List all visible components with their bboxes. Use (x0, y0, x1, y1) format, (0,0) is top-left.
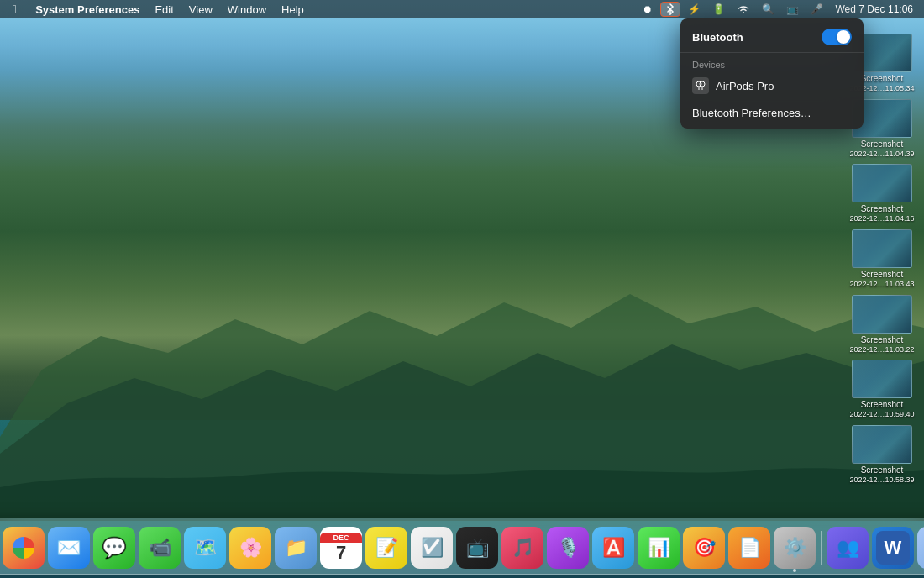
screenshot-thumb-6 (852, 425, 912, 464)
screenshot-thumb-3 (852, 229, 912, 268)
dock-icon-keynote[interactable]: 🎯 (683, 527, 725, 569)
dock-icon-appstore[interactable]: 🅰️ (592, 527, 634, 569)
bluetooth-preferences-button[interactable]: Bluetooth Preferences… (680, 102, 864, 123)
siri-icon[interactable]: 🎤 (806, 3, 827, 16)
screenshot-label-5: Screenshot 2022-12…10.59.40 (849, 399, 914, 420)
cast-icon[interactable]: 📺 (782, 3, 803, 16)
bluetooth-status-icon[interactable] (660, 2, 680, 17)
bluetooth-dropdown: Bluetooth Devices AirPods Pro Bluetooth … (680, 18, 864, 129)
screen-recording-icon[interactable]: ⏺ (638, 3, 657, 16)
dock-icon-word[interactable]: W (872, 527, 914, 569)
dock-icon-numbers[interactable]: 📊 (638, 527, 680, 569)
screenshot-label-1: Screenshot 2022-12…11.04.39 (849, 139, 914, 160)
spotlight-icon[interactable]: 🔍 (758, 3, 779, 16)
airpods-icon (692, 77, 709, 94)
dock-icon-facetime[interactable]: 📹 (139, 527, 181, 569)
bluetooth-divider (680, 52, 864, 53)
dock-icon-photos[interactable]: 🌸 (229, 527, 271, 569)
wifi-icon[interactable] (732, 3, 754, 15)
menubar:  System Preferences Edit View Window He… (0, 0, 924, 18)
bluetooth-device-airpods[interactable]: AirPods Pro (680, 73, 864, 98)
dock-icon-appletv[interactable]: 📺 (456, 527, 498, 569)
screenshot-item-4[interactable]: Screenshot 2022-12…11.03.22 (843, 293, 921, 357)
screenshot-thumb-4 (852, 295, 912, 334)
screenshot-item-6[interactable]: Screenshot 2022-12…10.58.39 (843, 423, 921, 487)
screenshot-label-2: Screenshot 2022-12…11.04.16 (849, 203, 914, 224)
dock-icon-notes[interactable]: 📝 (365, 527, 407, 569)
dock: 😊 ⚏ 🧭 ✉️ 💬 📹 🗺️ 🌸 📁 DEC 7 📝 ☑️ 📺 🎵 (0, 518, 924, 575)
dock-icon-messages[interactable]: 💬 (93, 527, 135, 569)
screenshot-item-2[interactable]: Screenshot 2022-12…11.04.16 (843, 162, 921, 226)
screenshot-label-3: Screenshot 2022-12…11.03.43 (849, 269, 914, 290)
screenshot-item-5[interactable]: Screenshot 2022-12…10.59.40 (843, 358, 921, 422)
dock-icon-teams[interactable]: 👥 (827, 527, 869, 569)
screenshot-thumb-2 (852, 164, 912, 202)
window-menu[interactable]: Window (222, 3, 272, 17)
view-menu[interactable]: View (183, 3, 218, 17)
dock-icon-calendar[interactable]: DEC 7 (320, 527, 362, 569)
screenshot-label-6: Screenshot 2022-12…10.58.39 (849, 465, 914, 486)
dock-icon-reminders[interactable]: ☑️ (411, 527, 453, 569)
bluetooth-toggle[interactable] (822, 29, 852, 45)
dock-icon-chrome[interactable] (3, 527, 45, 569)
menubar-left:  System Preferences Edit View Window He… (7, 2, 310, 17)
help-menu[interactable]: Help (276, 3, 310, 17)
dock-icon-music[interactable]: 🎵 (501, 527, 543, 569)
dock-icon-files[interactable]: 📁 (275, 527, 317, 569)
bluetooth-title: Bluetooth (692, 31, 743, 44)
dock-icon-mail[interactable]: ✉️ (48, 527, 90, 569)
battery-icon[interactable]: 🔋 (708, 3, 729, 16)
dock-icon-sysprefs[interactable]: ⚙️ (774, 527, 816, 569)
apple-menu[interactable]:  (7, 2, 23, 17)
datetime-display: Wed 7 Dec 11:06 (831, 3, 917, 16)
svg-point-2 (700, 81, 705, 87)
app-name-menu[interactable]: System Preferences (29, 3, 145, 17)
dock-separator (821, 531, 822, 565)
edit-menu[interactable]: Edit (149, 3, 179, 17)
screenshot-label-4: Screenshot 2022-12…11.03.22 (849, 334, 914, 355)
dock-icon-pages[interactable]: 📄 (728, 527, 770, 569)
sysprefs-running-dot (793, 569, 796, 572)
screenshot-item-3[interactable]: Screenshot 2022-12…11.03.43 (843, 228, 921, 292)
screenshot-thumb-5 (852, 360, 912, 398)
battery-charging-icon[interactable]: ⚡ (684, 3, 705, 16)
dock-icon-podcasts[interactable]: 🎙️ (547, 527, 589, 569)
airpods-name: AirPods Pro (716, 80, 774, 92)
bluetooth-header: Bluetooth (680, 27, 864, 52)
bluetooth-devices-label: Devices (680, 58, 864, 73)
dock-icon-maps[interactable]: 🗺️ (184, 527, 226, 569)
dock-icon-preview[interactable]: 🖼️ (917, 527, 924, 569)
menubar-right: ⏺ ⚡ 🔋 🔍 📺 🎤 Wed 7 Dec 11:06 (638, 2, 917, 17)
